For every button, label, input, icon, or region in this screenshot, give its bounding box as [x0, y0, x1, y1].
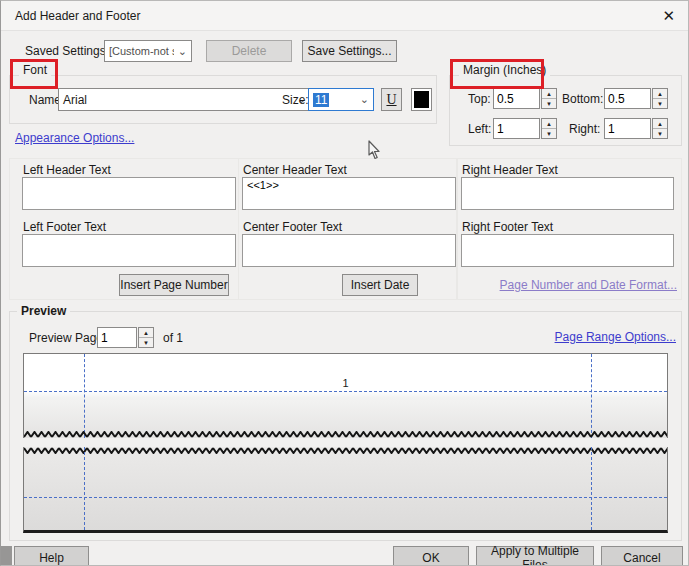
right-header-textarea[interactable] [461, 177, 674, 210]
spin-up-button[interactable]: ▲ [542, 119, 556, 129]
margin-top-label: Top: [468, 92, 491, 106]
right-margin-stepper: ▲ ▼ [652, 118, 668, 139]
right-footer-textarea[interactable] [461, 234, 674, 267]
right-footer-label: Right Footer Text [462, 220, 553, 234]
page-range-options-link[interactable]: Page Range Options... [555, 330, 676, 344]
header-margin-guide [24, 391, 667, 392]
font-name-select[interactable]: Arial ⌄ [58, 88, 311, 111]
font-size-label: Size: [282, 93, 309, 107]
torn-edge [24, 447, 667, 454]
cancel-button[interactable]: Cancel [601, 546, 683, 566]
right-header-label: Right Header Text [462, 163, 558, 177]
bottom-margin-input[interactable] [604, 88, 651, 109]
margin-right-label: Right: [569, 122, 600, 136]
mouse-cursor [367, 140, 380, 160]
right-margin-input[interactable] [604, 118, 651, 139]
help-button[interactable]: Help [14, 546, 89, 566]
top-margin-stepper: ▲ ▼ [541, 88, 557, 109]
dialog-title: Add Header and Footer [15, 9, 140, 23]
background-window-sliver [1, 546, 12, 566]
add-header-footer-dialog: Add Header and Footer ✕ Saved Settings: … [0, 0, 689, 566]
preview-page-top: 1 [23, 353, 668, 438]
left-margin-input[interactable] [493, 118, 540, 139]
font-group-label: Font [19, 63, 51, 77]
preview-page-number: 1 [24, 377, 667, 389]
spin-up-button[interactable]: ▲ [653, 89, 667, 99]
preview-page-stepper: ▲ ▼ [138, 327, 154, 348]
left-margin-guide [84, 447, 85, 530]
saved-settings-value: [Custom-not saved] [109, 45, 174, 57]
spin-down-button[interactable]: ▼ [653, 129, 667, 138]
spin-up-button[interactable]: ▲ [139, 328, 153, 338]
spin-down-button[interactable]: ▼ [542, 129, 556, 138]
insert-page-number-button[interactable]: Insert Page Number [119, 274, 229, 296]
save-settings-button[interactable]: Save Settings... [302, 40, 397, 62]
left-header-textarea[interactable] [22, 177, 236, 210]
font-name-value: Arial [63, 93, 87, 107]
left-margin-stepper: ▲ ▼ [541, 118, 557, 139]
footer-margin-guide [24, 497, 667, 498]
preview-page-input[interactable] [97, 327, 137, 348]
margin-left-label: Left: [468, 122, 491, 136]
margin-group-label: Margin (Inches) [459, 63, 550, 77]
close-icon[interactable]: ✕ [662, 7, 675, 25]
apply-to-multiple-files-button[interactable]: Apply to Multiple Files [476, 546, 594, 566]
top-margin-input[interactable] [493, 88, 540, 109]
margin-bottom-label: Bottom: [562, 92, 603, 106]
center-footer-textarea[interactable] [242, 234, 456, 267]
left-footer-label: Left Footer Text [23, 220, 106, 234]
titlebar: Add Header and Footer ✕ [1, 1, 688, 31]
font-color-button[interactable] [411, 88, 432, 111]
saved-settings-label: Saved Settings: [25, 44, 109, 58]
preview-page-bottom [23, 447, 668, 533]
spin-down-button[interactable]: ▼ [542, 99, 556, 108]
appearance-options-link[interactable]: Appearance Options... [15, 131, 134, 145]
bottom-margin-stepper: ▲ ▼ [652, 88, 668, 109]
right-margin-guide [591, 447, 592, 530]
center-footer-label: Center Footer Text [243, 220, 342, 234]
preview-group-label: Preview [17, 304, 70, 318]
page-number-date-format-link[interactable]: Page Number and Date Format... [500, 278, 677, 292]
spin-down-button[interactable]: ▼ [139, 338, 153, 347]
torn-edge [24, 431, 667, 438]
right-margin-guide [591, 354, 592, 438]
chevron-down-icon: ⌄ [174, 46, 187, 57]
ok-button[interactable]: OK [393, 546, 469, 566]
preview-page-label: Preview Page [29, 331, 103, 345]
spin-down-button[interactable]: ▼ [653, 99, 667, 108]
center-header-label: Center Header Text [243, 163, 347, 177]
spin-up-button[interactable]: ▲ [542, 89, 556, 99]
delete-button[interactable]: Delete [206, 40, 292, 62]
spin-up-button[interactable]: ▲ [653, 119, 667, 129]
saved-settings-select[interactable]: [Custom-not saved] ⌄ [104, 40, 192, 62]
font-size-value: 11 [313, 93, 329, 107]
left-margin-guide [84, 354, 85, 438]
underline-button[interactable]: U [381, 88, 402, 111]
insert-date-button[interactable]: Insert Date [342, 274, 418, 296]
center-header-textarea[interactable]: <<1>> [242, 177, 456, 210]
font-size-combo[interactable]: 11 ⌄ [308, 88, 374, 111]
left-header-label: Left Header Text [23, 163, 111, 177]
left-footer-textarea[interactable] [22, 234, 236, 267]
chevron-down-icon: ⌄ [356, 94, 369, 105]
preview-of-label: of 1 [163, 331, 183, 345]
